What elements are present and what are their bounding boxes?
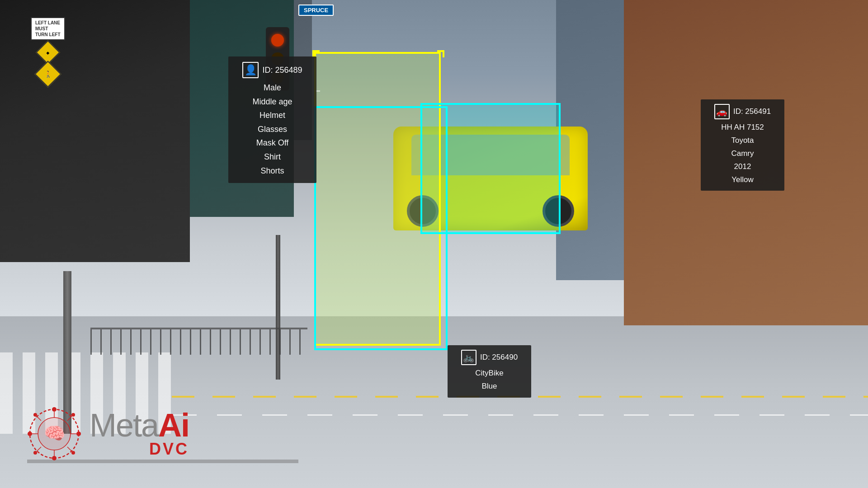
svg-point-3 xyxy=(52,407,57,412)
person-attr-shirt: Shirt xyxy=(236,150,309,164)
svg-line-17 xyxy=(37,447,41,451)
svg-point-10 xyxy=(71,451,75,455)
car-attr-color: Yellow xyxy=(707,174,778,187)
car-attr-plate: HH AH 7152 xyxy=(707,121,778,134)
bike-info-panel: 🚲 ID: 256490 CityBike Blue xyxy=(448,345,531,398)
bike-attr-color: Blue xyxy=(454,380,525,393)
car-icon-symbol: 🚗 xyxy=(716,104,727,119)
person-info-panel: 👤 ID: 256489 Male Middle age Helmet Glas… xyxy=(228,56,316,183)
bike-id: ID: 256490 xyxy=(480,351,518,364)
main-scene: LEFT LANEMUSTTURN LEFT ⬥ 🚶 SPRUCE xyxy=(0,0,868,488)
logo-dvc-text: DVC xyxy=(90,440,189,459)
car-attr-model: Camry xyxy=(707,147,778,160)
logo-brain-icon: 🧠 xyxy=(27,407,81,461)
car-info-panel: 🚗 ID: 256491 HH AH 7152 Toyota Camry 201… xyxy=(701,99,784,191)
logo-ai-text: Ai xyxy=(158,409,189,441)
traffic-light-pole xyxy=(276,235,280,380)
person-attr-glasses: Glasses xyxy=(236,122,309,136)
person-icon-symbol: 👤 xyxy=(245,61,257,78)
car-id: ID: 256491 xyxy=(733,105,771,118)
car-attr-year: 2012 xyxy=(707,160,778,174)
person-id: ID: 256489 xyxy=(262,63,302,77)
svg-point-6 xyxy=(76,432,81,436)
road-white-lines xyxy=(172,414,868,416)
svg-line-18 xyxy=(67,447,72,451)
logo-area: 🧠 xyxy=(27,407,189,461)
building-left xyxy=(0,0,190,262)
person-attr-helmet: Helmet xyxy=(236,108,309,122)
bike-panel-icon-row: 🚲 ID: 256490 xyxy=(454,350,525,365)
logo-text-group: Meta Ai DVC xyxy=(90,409,189,459)
person-attr-age: Middle age xyxy=(236,95,309,109)
person-panel-icon-row: 👤 ID: 256489 xyxy=(236,62,309,78)
spruce-street-sign: SPRUCE xyxy=(298,5,334,16)
logo-svg: 🧠 xyxy=(27,407,81,461)
car-panel-icon-row: 🚗 ID: 256491 xyxy=(707,104,778,119)
logo-name-row: Meta Ai xyxy=(90,409,189,441)
person-attr-male: Male xyxy=(236,81,309,95)
svg-point-7 xyxy=(33,413,37,417)
svg-point-4 xyxy=(52,456,57,460)
car-attr-make: Toyota xyxy=(707,134,778,147)
svg-text:🧠: 🧠 xyxy=(44,423,66,444)
street-signs: LEFT LANEMUSTTURN LEFT ⬥ 🚶 xyxy=(31,17,65,87)
bbox-corner-tr-person xyxy=(437,50,444,57)
person-attr-shorts: Shorts xyxy=(236,164,309,178)
fence xyxy=(90,328,307,355)
svg-point-5 xyxy=(28,432,32,436)
car-bounding-box xyxy=(420,103,561,234)
svg-point-8 xyxy=(71,413,75,417)
svg-line-15 xyxy=(37,416,41,421)
car-icon-box: 🚗 xyxy=(714,104,730,119)
svg-line-16 xyxy=(67,416,72,421)
person-attr-mask: Mask Off xyxy=(236,136,309,150)
bike-icon-box: 🚲 xyxy=(461,350,476,365)
svg-point-9 xyxy=(33,451,37,455)
bike-attr-type: CityBike xyxy=(454,367,525,380)
logo-meta-text: Meta xyxy=(90,409,158,441)
bike-icon-symbol: 🚲 xyxy=(463,350,474,365)
person-icon-box: 👤 xyxy=(242,62,259,78)
